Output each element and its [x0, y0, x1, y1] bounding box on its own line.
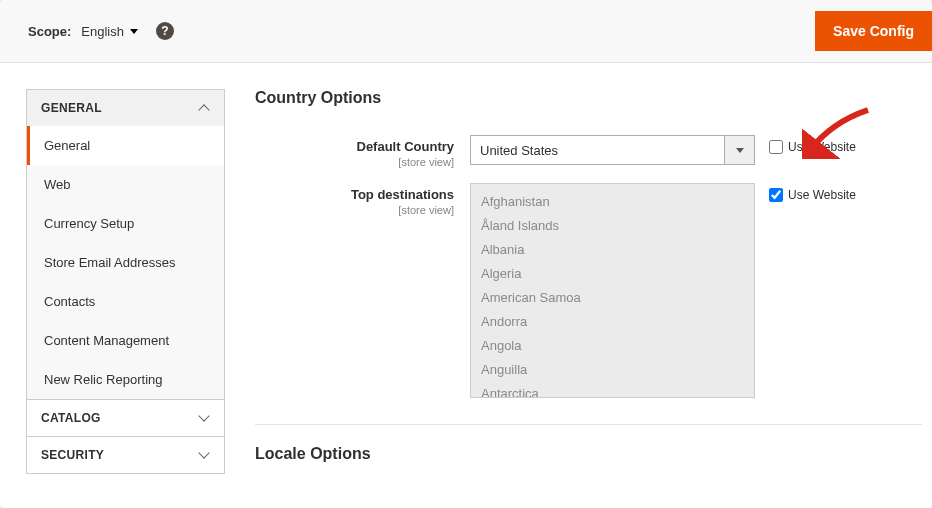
top-bar: Scope: English ? Save Config: [0, 0, 932, 63]
sidebar-section-title: CATALOG: [41, 411, 101, 425]
top-destinations-multiselect[interactable]: Afghanistan Åland Islands Albania Algeri…: [470, 183, 755, 398]
section-title-locale-options: Locale Options: [255, 445, 922, 463]
use-website-top-destinations[interactable]: Use Website: [769, 183, 856, 202]
section-title-country-options: Country Options: [255, 89, 922, 107]
list-item[interactable]: Algeria: [481, 262, 744, 286]
dropdown-button[interactable]: [724, 136, 754, 164]
use-website-default-country[interactable]: Use Website: [769, 135, 856, 154]
sidebar-item-web[interactable]: Web: [27, 165, 224, 204]
row-control: Afghanistan Åland Islands Albania Algeri…: [470, 183, 755, 398]
sidebar-item-general[interactable]: General: [27, 126, 224, 165]
list-item[interactable]: Anguilla: [481, 358, 744, 382]
sidebar-section-security-header[interactable]: SECURITY: [27, 437, 224, 473]
list-item[interactable]: Angola: [481, 334, 744, 358]
scope-hint: [store view]: [398, 204, 454, 216]
caret-down-icon: [130, 29, 138, 34]
row-control: United States: [470, 135, 755, 165]
use-website-checkbox[interactable]: [769, 188, 783, 202]
row-default-country: Default Country [store view] United Stat…: [255, 135, 922, 169]
help-icon[interactable]: ?: [156, 22, 174, 40]
sidebar: GENERAL General Web Currency Setup Store…: [0, 63, 225, 508]
sidebar-section-catalog: CATALOG: [26, 399, 225, 437]
sidebar-section-security: SECURITY: [26, 436, 225, 474]
sidebar-section-general-header[interactable]: GENERAL: [27, 90, 224, 126]
row-label: Default Country [store view]: [255, 135, 470, 169]
sidebar-section-general-body: General Web Currency Setup Store Email A…: [27, 126, 224, 399]
sidebar-section-catalog-header[interactable]: CATALOG: [27, 400, 224, 436]
sidebar-section-title: SECURITY: [41, 448, 104, 462]
list-item[interactable]: Afghanistan: [481, 190, 744, 214]
sidebar-item-store-email-addresses[interactable]: Store Email Addresses: [27, 243, 224, 282]
use-website-checkbox[interactable]: [769, 140, 783, 154]
chevron-down-icon: [198, 412, 210, 424]
main-content: Country Options Default Country [store v…: [225, 63, 932, 508]
scope-label: Scope:: [28, 24, 71, 39]
scope-select[interactable]: English: [81, 24, 138, 39]
list-item[interactable]: American Samoa: [481, 286, 744, 310]
chevron-down-icon: [198, 449, 210, 461]
default-country-select[interactable]: United States: [470, 135, 755, 165]
select-value: United States: [471, 136, 724, 164]
sidebar-item-currency-setup[interactable]: Currency Setup: [27, 204, 224, 243]
use-website-label: Use Website: [788, 140, 856, 154]
list-item[interactable]: Andorra: [481, 310, 744, 334]
list-item[interactable]: Åland Islands: [481, 214, 744, 238]
row-top-destinations: Top destinations [store view] Afghanista…: [255, 183, 922, 398]
sidebar-item-new-relic-reporting[interactable]: New Relic Reporting: [27, 360, 224, 399]
chevron-up-icon: [198, 102, 210, 114]
section-divider: [255, 424, 922, 425]
field-label: Top destinations: [255, 187, 454, 202]
sidebar-item-contacts[interactable]: Contacts: [27, 282, 224, 321]
use-website-label: Use Website: [788, 188, 856, 202]
scope-hint: [store view]: [398, 156, 454, 168]
scope-value: English: [81, 24, 124, 39]
field-label: Default Country: [255, 139, 454, 154]
sidebar-section-title: GENERAL: [41, 101, 102, 115]
save-config-button[interactable]: Save Config: [815, 11, 932, 51]
list-item[interactable]: Albania: [481, 238, 744, 262]
row-label: Top destinations [store view]: [255, 183, 470, 217]
list-item[interactable]: Antarctica: [481, 382, 744, 398]
sidebar-section-general: GENERAL General Web Currency Setup Store…: [26, 89, 225, 400]
sidebar-item-content-management[interactable]: Content Management: [27, 321, 224, 360]
